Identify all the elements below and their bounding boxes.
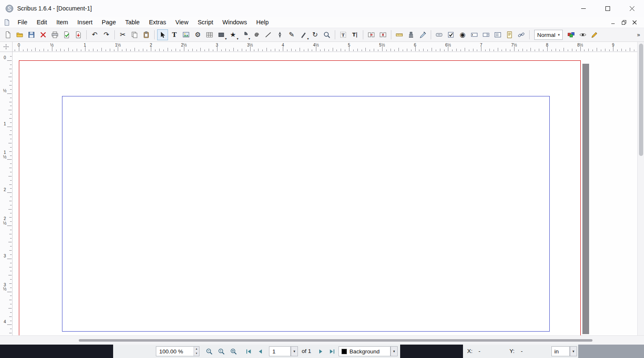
menu-edit[interactable]: Edit — [32, 18, 52, 27]
line-icon — [264, 31, 272, 39]
story-editor-button[interactable]: T| — [349, 29, 360, 40]
vertical-scrollbar-thumb[interactable] — [639, 44, 643, 156]
eye-dropper-button[interactable] — [417, 29, 428, 40]
menu-insert[interactable]: Insert — [73, 18, 97, 27]
insert-pdf-radio-button[interactable]: ◉ — [457, 29, 468, 40]
pdf-annotation-icon — [506, 31, 513, 39]
print-button[interactable] — [49, 29, 60, 40]
insert-bezier-button[interactable] — [274, 29, 285, 40]
insert-pdf-text-field-button[interactable] — [469, 29, 480, 40]
horizontal-ruler[interactable]: 0½11½22½33½44½55½66½77½88½9 — [13, 42, 637, 52]
menu-view[interactable]: View — [171, 18, 193, 27]
paste-icon — [142, 31, 150, 39]
zoom-tool-button[interactable] — [321, 29, 332, 40]
select-item-button[interactable] — [157, 29, 168, 40]
first-page-button[interactable] — [243, 346, 254, 356]
page-number-dropdown-button[interactable]: ▾ — [291, 346, 298, 356]
redo-button[interactable]: ↷ — [101, 29, 112, 40]
copy-button[interactable] — [129, 29, 140, 40]
maximize-button[interactable] — [595, 0, 620, 17]
edit-in-preview-mode-button[interactable] — [589, 29, 600, 40]
horizontal-scrollbar[interactable] — [0, 335, 644, 345]
vertical-ruler[interactable]: 0½11 ½22 ½33 ½4 — [0, 52, 13, 335]
insert-shape-button[interactable]: ▾ — [216, 29, 227, 40]
measurements-button[interactable] — [394, 29, 405, 40]
insert-line-button[interactable] — [263, 29, 274, 40]
save-as-pdf-button[interactable] — [73, 29, 84, 40]
unit-dropdown-button[interactable]: ▾ — [570, 346, 577, 356]
edit-contents-button[interactable]: T — [338, 29, 349, 40]
insert-pdf-checkbox-button[interactable] — [445, 29, 456, 40]
menu-item[interactable]: Item — [52, 18, 72, 27]
next-page-button[interactable] — [315, 346, 326, 356]
toolbar-overflow-button[interactable]: » — [635, 31, 642, 39]
table-icon — [206, 31, 213, 39]
toggle-color-management-button[interactable] — [566, 29, 577, 40]
toggle-preview-mode-button[interactable] — [577, 29, 588, 40]
zoom-spinbox[interactable]: ▴ ▾ — [156, 346, 199, 356]
ruler-origin[interactable] — [0, 42, 13, 52]
menu-windows[interactable]: Windows — [218, 18, 252, 27]
menu-file[interactable]: File — [13, 18, 32, 27]
close-document-button[interactable] — [38, 29, 49, 40]
insert-pdf-list-box-button[interactable] — [492, 29, 503, 40]
toolbar-separator — [114, 30, 115, 39]
page-number-box[interactable] — [269, 346, 291, 356]
insert-pdf-text-annotation-button[interactable] — [504, 29, 515, 40]
insert-freehand-button[interactable]: ✎ — [286, 29, 297, 40]
insert-spiral-button[interactable] — [251, 29, 262, 40]
insert-table-button[interactable] — [204, 29, 215, 40]
rotate-item-button[interactable]: ↻ — [310, 29, 321, 40]
mdi-minimize-button[interactable] — [610, 19, 617, 26]
insert-arc-button[interactable]: ▾ — [239, 29, 250, 40]
menu-extras[interactable]: Extras — [144, 18, 171, 27]
paste-button[interactable] — [141, 29, 152, 40]
preflight-verifier-button[interactable] — [61, 29, 72, 40]
zoom-default-button[interactable] — [216, 346, 227, 356]
zoom-input[interactable] — [156, 347, 194, 356]
insert-image-frame-button[interactable] — [181, 29, 191, 40]
eye-preview-icon — [579, 31, 587, 39]
menu-table[interactable]: Table — [121, 18, 145, 27]
insert-calligraphic-line-button[interactable]: ▾ — [298, 29, 309, 40]
document-page[interactable] — [19, 60, 581, 335]
new-document-button[interactable] — [3, 29, 13, 40]
layer-dropdown-button[interactable]: ▾ — [391, 346, 398, 356]
zoom-out-button[interactable] — [204, 346, 215, 356]
menu-script[interactable]: Script — [193, 18, 218, 27]
layer-select[interactable]: Background — [339, 346, 391, 356]
cut-button[interactable]: ✂ — [117, 29, 128, 40]
zoom-spin-buttons[interactable]: ▴ ▾ — [194, 347, 199, 356]
menu-page[interactable]: Page — [97, 18, 121, 27]
open-document-button[interactable] — [14, 29, 25, 40]
previous-page-button[interactable] — [255, 346, 266, 356]
last-page-button[interactable] — [326, 346, 337, 356]
page-canvas[interactable] — [13, 52, 637, 335]
spin-down-icon[interactable]: ▾ — [194, 351, 199, 356]
image-preview-quality-select[interactable]: Normal ▾ — [534, 30, 563, 40]
insert-polygon-button[interactable]: ★ ▾ — [228, 29, 238, 40]
document-mdi-icon — [3, 19, 10, 26]
page-number-input[interactable] — [269, 347, 290, 356]
unit-select[interactable]: in — [551, 346, 570, 356]
insert-render-frame-button[interactable]: ⚙ — [192, 29, 203, 40]
vertical-scrollbar[interactable] — [637, 42, 644, 335]
insert-pdf-combo-box-button[interactable] — [481, 29, 491, 40]
mdi-restore-button[interactable] — [621, 19, 628, 26]
insert-pdf-link-annotation-button[interactable] — [516, 29, 527, 40]
insert-text-frame-button[interactable]: T — [169, 29, 180, 40]
save-document-button[interactable] — [26, 29, 37, 40]
pencil-icon: ✎ — [289, 31, 294, 38]
spin-up-icon[interactable]: ▴ — [194, 347, 199, 351]
unlink-text-frames-button[interactable] — [378, 29, 388, 40]
menu-help[interactable]: Help — [252, 18, 274, 27]
horizontal-scrollbar-thumb[interactable] — [79, 339, 592, 342]
minimize-button[interactable] — [571, 0, 595, 17]
mdi-close-button[interactable] — [631, 19, 638, 26]
undo-button[interactable]: ↶ — [89, 29, 100, 40]
zoom-in-button[interactable] — [228, 346, 239, 356]
link-text-frames-button[interactable] — [366, 29, 377, 40]
copy-item-properties-button[interactable] — [406, 29, 416, 40]
insert-pdf-push-button[interactable] — [434, 29, 445, 40]
close-button[interactable] — [620, 0, 644, 17]
